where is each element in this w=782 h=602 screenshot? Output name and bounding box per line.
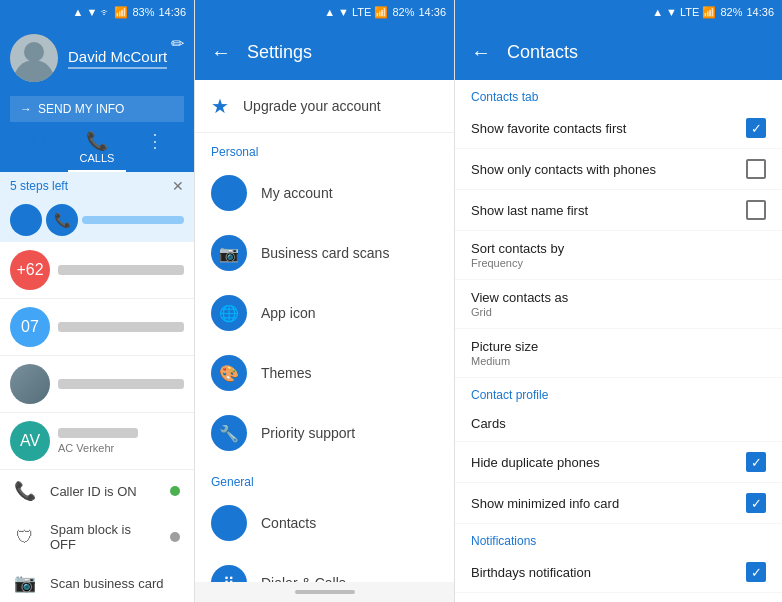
back-icon-settings[interactable]: ←: [211, 41, 231, 64]
status-icons-left: ▲ ▼ ᯤ 📶: [72, 6, 128, 19]
spam-block-label: Spam block is OFF: [50, 522, 156, 552]
setting-row-last-name-first[interactable]: Show last name first: [455, 190, 782, 231]
contacts-icon: 👤: [211, 505, 247, 541]
profile-section: David McCourt ✏: [10, 34, 184, 90]
scan-card-label: Scan business card: [50, 576, 180, 591]
view-contacts-info: View contacts as Grid: [471, 290, 568, 318]
setting-row-birthdays[interactable]: Birthdays notification ✓: [455, 552, 782, 593]
last-name-first-checkbox[interactable]: [746, 200, 766, 220]
call-name-av: [58, 428, 138, 438]
call-number-2: 07: [21, 318, 39, 336]
settings-item-business-card[interactable]: 📷 Business card scans: [195, 223, 454, 283]
upgrade-account-item[interactable]: ★ Upgrade your account: [195, 80, 454, 133]
setting-row-picture-size[interactable]: Picture size Medium: [455, 329, 782, 378]
spam-block-status-dot: [170, 532, 180, 542]
priority-support-icon: 🔧: [211, 415, 247, 451]
settings-item-contacts[interactable]: 👤 Contacts: [195, 493, 454, 553]
status-bar-right: ▲ ▼ LTE 📶 82% 14:36: [455, 0, 782, 24]
call-item-av[interactable]: AV AC Verkehr: [0, 413, 194, 470]
birthdays-label: Birthdays notification: [471, 565, 591, 580]
picture-size-value: Medium: [471, 355, 538, 367]
step-icon-phone[interactable]: 📞: [46, 204, 78, 236]
time-middle: 14:36: [418, 6, 446, 18]
menu-item-scan-card[interactable]: 📷 Scan business card: [0, 562, 194, 602]
settings-item-dialer[interactable]: ⠿ Dialer & Calls: [195, 553, 454, 582]
tab-more[interactable]: ⋮: [126, 122, 184, 172]
hide-duplicate-checkbox[interactable]: ✓: [746, 452, 766, 472]
profile-name: David McCourt: [68, 48, 167, 65]
tab-contacts[interactable]: 👤: [10, 122, 68, 172]
minimized-info-checkbox[interactable]: ✓: [746, 493, 766, 513]
battery-right: 82%: [720, 6, 742, 18]
call-item-2[interactable]: 07: [0, 299, 194, 356]
favorite-contacts-checkbox[interactable]: ✓: [746, 118, 766, 138]
setting-row-sort-contacts[interactable]: Sort contacts by Frequency: [455, 231, 782, 280]
time-right: 14:36: [746, 6, 774, 18]
battery-left: 83%: [132, 6, 154, 18]
call-info-av: AC Verkehr: [58, 428, 138, 454]
my-account-icon: 👤: [211, 175, 247, 211]
minimized-info-label: Show minimized info card: [471, 496, 619, 511]
favorite-contacts-label: Show favorite contacts first: [471, 121, 626, 136]
back-icon-contacts[interactable]: ←: [471, 41, 491, 64]
step-progress-pill: [82, 216, 184, 224]
setting-row-minimized-info[interactable]: Show minimized info card ✓: [455, 483, 782, 524]
setting-row-view-contacts[interactable]: View contacts as Grid: [455, 280, 782, 329]
setting-row-hide-duplicate[interactable]: Hide duplicate phones ✓: [455, 442, 782, 483]
setting-row-favorite-contacts[interactable]: Show favorite contacts first ✓: [455, 108, 782, 149]
birthdays-checkbox[interactable]: ✓: [746, 562, 766, 582]
priority-support-label: Priority support: [261, 425, 355, 441]
shield-icon: 🛡: [14, 527, 36, 548]
close-steps-button[interactable]: ✕: [172, 178, 184, 194]
menu-item-caller-id[interactable]: 📞 Caller ID is ON: [0, 470, 194, 512]
call-item-person[interactable]: [0, 356, 194, 413]
call-name-blur-1: [58, 265, 184, 275]
themes-icon: 🎨: [211, 355, 247, 391]
contacts-header-title: Contacts: [507, 42, 578, 63]
status-icons-middle: ▲ ▼ LTE 📶: [324, 6, 388, 19]
battery-middle: 82%: [392, 6, 414, 18]
right-panel: ▲ ▼ LTE 📶 82% 14:36 ← Contacts Contacts …: [455, 0, 782, 602]
call-item-1[interactable]: +62: [0, 242, 194, 299]
tab-calls[interactable]: 📞 CALLS: [68, 122, 126, 172]
left-content: 5 steps left ✕ 👤 📞 +62 07: [0, 172, 194, 602]
setting-row-cards[interactable]: Cards: [455, 406, 782, 442]
my-account-label: My account: [261, 185, 333, 201]
status-bar-left: ▲ ▼ ᯤ 📶 83% 14:36: [0, 0, 194, 24]
settings-title: Settings: [247, 42, 312, 63]
hide-duplicate-label: Hide duplicate phones: [471, 455, 600, 470]
left-header: David McCourt ✏ → SEND MY INFO 👤 📞 CALLS…: [0, 24, 194, 172]
settings-item-app-icon[interactable]: 🌐 App icon: [195, 283, 454, 343]
contacts-with-phones-checkbox[interactable]: [746, 159, 766, 179]
setting-row-contacts-with-phones[interactable]: Show only contacts with phones: [455, 149, 782, 190]
camera-icon: 📷: [14, 572, 36, 594]
contacts-with-phones-label: Show only contacts with phones: [471, 162, 656, 177]
contacts-tab-icon: 👤: [14, 130, 64, 152]
sort-contacts-info: Sort contacts by Frequency: [471, 241, 564, 269]
section-label-general: General: [195, 463, 454, 493]
steps-label: 5 steps left: [10, 179, 68, 193]
call-avatar-1: +62: [10, 250, 50, 290]
settings-item-themes[interactable]: 🎨 Themes: [195, 343, 454, 403]
step-icon-person[interactable]: 👤: [10, 204, 42, 236]
sort-contacts-value: Frequency: [471, 257, 564, 269]
contacts-label: Contacts: [261, 515, 316, 531]
more-tab-icon: ⋮: [130, 130, 180, 152]
business-card-icon: 📷: [211, 235, 247, 271]
send-my-info-button[interactable]: → SEND MY INFO: [10, 96, 184, 122]
settings-item-priority-support[interactable]: 🔧 Priority support: [195, 403, 454, 463]
left-tabs: 👤 📞 CALLS ⋮: [10, 122, 184, 172]
settings-content: ★ Upgrade your account Personal 👤 My acc…: [195, 80, 454, 582]
menu-item-spam-block[interactable]: 🛡 Spam block is OFF: [0, 512, 194, 562]
time-left: 14:36: [158, 6, 186, 18]
caller-id-label: Caller ID is ON: [50, 484, 156, 499]
edit-icon[interactable]: ✏: [171, 34, 184, 53]
phone-icon: 📞: [14, 480, 36, 502]
settings-bottom-bar: [195, 582, 454, 602]
business-card-label: Business card scans: [261, 245, 389, 261]
star-icon: ★: [211, 94, 229, 118]
calls-tab-label: CALLS: [80, 152, 115, 164]
contacts-header: ← Contacts: [455, 24, 782, 80]
contacts-tab-section-title: Contacts tab: [455, 80, 782, 108]
settings-item-my-account[interactable]: 👤 My account: [195, 163, 454, 223]
